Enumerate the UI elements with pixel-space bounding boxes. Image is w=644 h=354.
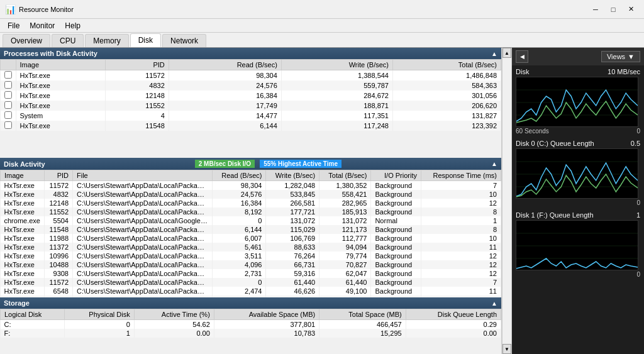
da-col-write[interactable]: Write (B/sec): [266, 170, 319, 181]
col-image[interactable]: Image: [16, 60, 105, 70]
st-row-total: 15,295: [319, 329, 406, 338]
menu-monitor[interactable]: Monitor: [25, 20, 60, 31]
st-row-logical: F:: [1, 329, 65, 338]
da-row-write: 1,282,048: [266, 181, 319, 191]
col-write[interactable]: Write (B/sec): [281, 60, 392, 70]
da-row-priority: Background: [371, 252, 421, 260]
da-row-write: 106,769: [266, 234, 319, 243]
table-row[interactable]: HxTsr.exe 11552 17,749 188,871 206,620: [1, 101, 501, 111]
da-col-response[interactable]: Response Time (ms): [421, 170, 501, 181]
st-row-logical: C:: [1, 320, 65, 329]
da-row-image: HxTsr.exe: [1, 260, 45, 269]
st-col-total[interactable]: Total Space (MB): [319, 309, 406, 320]
row-checkbox[interactable]: [1, 91, 16, 101]
table-row[interactable]: HxTsr.exe 12148 C:\Users\Stewart\AppData…: [1, 199, 501, 207]
st-col-logical[interactable]: Logical Disk: [1, 309, 65, 320]
da-col-image[interactable]: Image: [1, 170, 45, 181]
disk-activity-chevron: ▲: [491, 160, 497, 167]
processes-header[interactable]: Processes with Disk Activity ▲: [0, 48, 501, 59]
row-checkbox[interactable]: [1, 111, 16, 121]
disk-graph-subtitle: 60 Seconds 0: [516, 128, 640, 135]
row-total: 584,363: [392, 80, 501, 91]
table-row[interactable]: HxTsr.exe 11572 C:\Users\Stewart\AppData…: [1, 181, 501, 191]
storage-table-container[interactable]: Logical Disk Physical Disk Active Time (…: [0, 309, 501, 354]
tab-cpu[interactable]: CPU: [52, 34, 84, 47]
da-row-image: HxTsr.exe: [1, 207, 45, 216]
tab-memory[interactable]: Memory: [85, 34, 128, 47]
da-row-read: 6,007: [212, 234, 266, 243]
da-row-total: 112,777: [319, 234, 371, 243]
st-col-queue[interactable]: Disk Queue Length: [406, 309, 501, 320]
scroll-up-btn[interactable]: ▲: [502, 48, 511, 58]
da-row-file: C:\Users\Stewart\AppData\Local\Packages\…: [73, 207, 213, 216]
da-col-priority[interactable]: I/O Priority: [371, 170, 421, 181]
st-col-available[interactable]: Available Space (MB): [214, 309, 319, 320]
col-total[interactable]: Total (B/sec): [392, 60, 501, 70]
row-pid: 4: [105, 111, 169, 121]
table-row[interactable]: HxTsr.exe 9308 C:\Users\Stewart\AppData\…: [1, 269, 501, 278]
disk-time-label: 60 Seconds: [516, 128, 549, 135]
st-col-physical[interactable]: Physical Disk: [65, 309, 135, 320]
da-row-image: HxTsr.exe: [1, 269, 45, 278]
row-checkbox[interactable]: [1, 101, 16, 111]
table-row[interactable]: HxTsr.exe 11988 C:\Users\Stewart\AppData…: [1, 234, 501, 243]
disk1-graph-title-row: Disk 1 (F:) Queue Length 1: [516, 211, 640, 219]
table-row[interactable]: HxTsr.exe 11572 C:\Users\Stewart\AppData…: [1, 278, 501, 287]
da-col-file[interactable]: File: [73, 170, 213, 181]
table-row[interactable]: HxTsr.exe 10996 C:\Users\Stewart\AppData…: [1, 252, 501, 260]
table-row[interactable]: HxTsr.exe 11572 98,304 1,388,544 1,486,8…: [1, 70, 501, 81]
row-checkbox[interactable]: [1, 121, 16, 131]
scroll-down-btn[interactable]: ▼: [502, 344, 511, 354]
disk-graph-title: Disk: [516, 68, 529, 75]
table-row[interactable]: HxTsr.exe 4832 C:\Users\Stewart\AppData\…: [1, 190, 501, 199]
da-row-read: 4,096: [212, 260, 266, 269]
table-row[interactable]: F: 1 0.00 10,783 15,295 0.00: [1, 329, 501, 338]
da-row-file: C:\Users\Stewart\AppData\Local\Packages\…: [73, 225, 213, 234]
da-row-total: 94,094: [319, 243, 371, 252]
da-col-read[interactable]: Read (B/sec): [212, 170, 266, 181]
nav-left-btn[interactable]: ◀: [516, 50, 528, 63]
close-button[interactable]: ✕: [623, 3, 639, 16]
st-col-active[interactable]: Active Time (%): [134, 309, 214, 320]
disk-activity-header[interactable]: Disk Activity 2 MB/sec Disk I/O 55% High…: [0, 158, 501, 170]
table-row[interactable]: System 4 14,477 117,351 131,827: [1, 111, 501, 121]
da-col-total[interactable]: Total (B/sec): [319, 170, 371, 181]
da-col-pid[interactable]: PID: [45, 170, 73, 181]
table-row[interactable]: chrome.exe 5504 C:\Users\Stewart\AppData…: [1, 216, 501, 225]
da-row-file: C:\Users\Stewart\AppData\Local\Packages\…: [73, 260, 213, 269]
views-button[interactable]: Views ▼: [601, 51, 640, 62]
col-pid[interactable]: PID: [105, 60, 169, 70]
disk-graph-canvas: [516, 77, 638, 127]
col-check[interactable]: [1, 60, 16, 70]
row-checkbox[interactable]: [1, 70, 16, 81]
table-row[interactable]: HxTsr.exe 12148 16,384 284,672 301,056: [1, 91, 501, 101]
main-scrollbar[interactable]: ▲ ▼: [502, 48, 512, 354]
da-row-file: C:\Users\Stewart\AppData\Local\Packages\…: [73, 181, 213, 191]
table-row[interactable]: HxTsr.exe 4832 24,576 559,787 584,363: [1, 80, 501, 91]
table-row[interactable]: HxTsr.exe 10488 C:\Users\Stewart\AppData…: [1, 260, 501, 269]
table-row[interactable]: HxTsr.exe 11548 C:\Users\Stewart\AppData…: [1, 225, 501, 234]
menu-file[interactable]: File: [3, 20, 25, 31]
processes-table-container[interactable]: Image PID Read (B/sec) Write (B/sec) Tot…: [0, 59, 501, 158]
storage-chevron: ▲: [491, 300, 497, 307]
row-checkbox[interactable]: [1, 80, 16, 91]
tab-overview[interactable]: Overview: [3, 34, 50, 47]
menu-help[interactable]: Help: [60, 20, 86, 31]
tab-network[interactable]: Network: [162, 34, 206, 47]
table-row[interactable]: HxTsr.exe 6548 C:\Users\Stewart\AppData\…: [1, 287, 501, 296]
minimize-button[interactable]: ─: [587, 3, 604, 16]
maximize-button[interactable]: □: [605, 3, 621, 16]
table-row[interactable]: C: 0 54.62 377,801 466,457 0.29: [1, 320, 501, 329]
right-panel-header: ◀ Views ▼: [512, 48, 644, 65]
da-row-total: 62,047: [319, 269, 371, 278]
table-row[interactable]: HxTsr.exe 11548 6,144 117,248 123,392: [1, 121, 501, 131]
row-write: 1,388,544: [281, 70, 392, 81]
tab-disk[interactable]: Disk: [130, 33, 161, 47]
disk-activity-table-container[interactable]: Image PID File Read (B/sec) Write (B/sec…: [0, 170, 501, 297]
da-row-read: 0: [212, 216, 266, 225]
storage-header[interactable]: Storage ▲: [0, 297, 501, 309]
da-row-pid: 11552: [45, 207, 73, 216]
table-row[interactable]: HxTsr.exe 11552 C:\Users\Stewart\AppData…: [1, 207, 501, 216]
col-read[interactable]: Read (B/sec): [169, 60, 281, 70]
table-row[interactable]: HxTsr.exe 11372 C:\Users\Stewart\AppData…: [1, 243, 501, 252]
